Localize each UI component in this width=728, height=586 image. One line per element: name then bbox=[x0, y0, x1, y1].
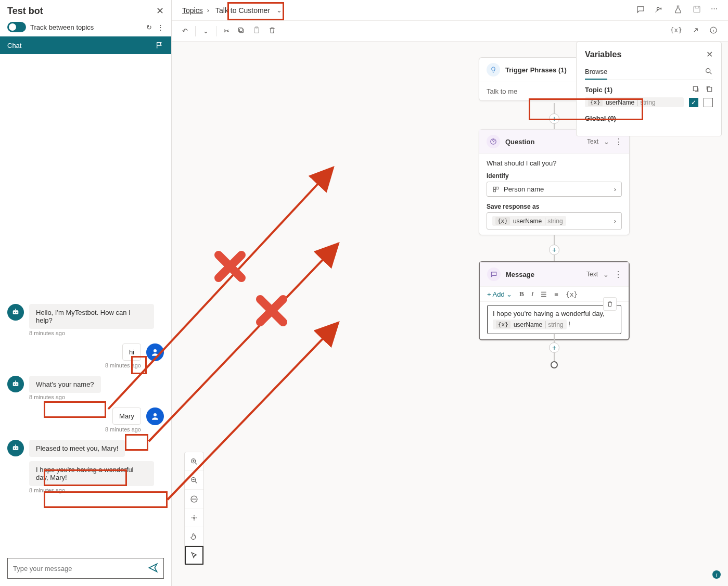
delete-message-button[interactable] bbox=[603, 297, 617, 311]
receive-icon[interactable] bbox=[692, 85, 699, 94]
svg-rect-0 bbox=[13, 310, 19, 314]
breadcrumb-topics-link[interactable]: Topics bbox=[182, 6, 203, 15]
identify-value: Person name bbox=[504, 185, 544, 193]
save-response-label: Save response as bbox=[487, 203, 622, 210]
chat-tab-label: Chat bbox=[7, 42, 21, 49]
chat-input[interactable] bbox=[13, 565, 129, 572]
svg-rect-23 bbox=[496, 187, 499, 189]
bold-icon[interactable]: B bbox=[519, 290, 524, 298]
add-node-button[interactable]: + bbox=[549, 342, 559, 353]
bot-avatar bbox=[7, 304, 24, 321]
variables-panel: Variables ✕ Browse Topic (1) {x}userName… bbox=[576, 42, 722, 136]
node-more-icon[interactable]: ⋮ bbox=[615, 137, 622, 147]
svg-point-4 bbox=[154, 349, 157, 352]
message-time: 8 minutes ago bbox=[29, 487, 164, 493]
message-text: I hope you're having a wonderful day, bbox=[493, 310, 605, 317]
bot-avatar bbox=[7, 440, 24, 456]
bot-message[interactable]: I hope you're having a wonderful day, Ma… bbox=[29, 461, 154, 486]
svg-rect-22 bbox=[493, 187, 495, 189]
track-toggle[interactable] bbox=[7, 22, 26, 32]
add-menu[interactable]: + Add ⌄ bbox=[487, 290, 512, 298]
message-icon bbox=[487, 267, 501, 281]
question-icon bbox=[487, 135, 500, 148]
return-icon[interactable] bbox=[706, 85, 713, 94]
zoom-in-button[interactable] bbox=[185, 452, 203, 471]
save-icon[interactable] bbox=[692, 5, 701, 16]
italic-icon[interactable]: I bbox=[531, 290, 533, 298]
svg-rect-15 bbox=[694, 6, 700, 12]
user-message: Mary bbox=[112, 407, 141, 425]
message-time: 8 minutes ago bbox=[7, 362, 141, 368]
svg-point-29 bbox=[706, 69, 710, 73]
chat-icon[interactable] bbox=[636, 5, 645, 16]
message-text-editor[interactable]: I hope you're having a wonderful day, {x… bbox=[487, 305, 621, 334]
question-node[interactable]: Question Text ⌄ ⋮ What should I call you… bbox=[479, 129, 630, 235]
save-variable-selector[interactable]: {x}userNamestring › bbox=[487, 212, 622, 230]
info-badge[interactable]: i bbox=[712, 570, 721, 579]
bot-avatar bbox=[7, 376, 24, 392]
send-icon[interactable] bbox=[148, 563, 158, 575]
paste-icon[interactable] bbox=[252, 26, 261, 36]
return-checkbox[interactable] bbox=[704, 98, 713, 107]
more-horizontal-icon[interactable]: ⋯ bbox=[711, 5, 718, 16]
chevron-right-icon: › bbox=[614, 217, 616, 225]
bot-message[interactable]: Hello, I'm MyTestbot. How can I help? bbox=[29, 304, 154, 329]
numbered-list-icon[interactable]: ≡ bbox=[554, 290, 558, 298]
chevron-down-icon[interactable]: ⌄ bbox=[203, 27, 209, 35]
insert-variable-icon[interactable]: {x} bbox=[566, 290, 578, 298]
receive-checkbox[interactable]: ✓ bbox=[689, 98, 698, 107]
svg-rect-31 bbox=[708, 87, 712, 92]
message-node[interactable]: Message Text ⌄ ⋮ + Add ⌄ B I ☰ ≡ {x} bbox=[479, 261, 630, 340]
more-icon[interactable]: ⋮ bbox=[157, 23, 164, 31]
svg-rect-5 bbox=[13, 382, 19, 386]
chat-tab[interactable]: Chat bbox=[0, 36, 171, 54]
toolbar: ↶ ⌄ ✂ {x} bbox=[172, 21, 728, 42]
chevron-down-icon[interactable]: ⌄ bbox=[603, 271, 609, 278]
undo-icon[interactable]: ↶ bbox=[182, 27, 188, 35]
node-more-icon[interactable]: ⋮ bbox=[614, 270, 621, 279]
entity-icon bbox=[492, 186, 500, 193]
info-icon[interactable] bbox=[709, 26, 718, 36]
message-type-label[interactable]: Text bbox=[586, 271, 598, 278]
bot-message[interactable]: What's your name? bbox=[29, 376, 101, 393]
pan-button[interactable] bbox=[185, 527, 203, 546]
add-node-button[interactable]: + bbox=[549, 113, 559, 124]
chevron-down-icon[interactable]: ⌄ bbox=[604, 138, 609, 146]
browse-tab[interactable]: Browse bbox=[585, 65, 607, 80]
variables-icon[interactable]: {x} bbox=[670, 26, 682, 36]
lightbulb-icon bbox=[487, 63, 500, 77]
search-icon[interactable] bbox=[705, 67, 713, 77]
bullet-list-icon[interactable]: ☰ bbox=[541, 290, 547, 298]
identify-selector[interactable]: Person name › bbox=[487, 182, 622, 197]
user-avatar bbox=[146, 407, 164, 425]
cut-icon[interactable]: ✂ bbox=[224, 27, 229, 35]
zoom-out-button[interactable] bbox=[185, 471, 203, 490]
identify-label: Identify bbox=[487, 172, 622, 180]
canvas-zoom-controls bbox=[184, 452, 204, 565]
close-test-bot-button[interactable]: ✕ bbox=[156, 5, 164, 17]
flask-icon[interactable] bbox=[673, 5, 683, 16]
fit-button[interactable] bbox=[185, 490, 203, 508]
track-toggle-label: Track between topics bbox=[30, 23, 94, 31]
copy-icon[interactable] bbox=[237, 26, 245, 36]
close-panel-button[interactable]: ✕ bbox=[706, 49, 713, 59]
add-node-button[interactable]: + bbox=[549, 245, 559, 255]
chat-body: Hello, I'm MyTestbot. How can I help? 8 … bbox=[0, 54, 171, 553]
question-prompt[interactable]: What should I call you? bbox=[487, 159, 622, 167]
svg-point-9 bbox=[154, 413, 157, 416]
variable-row[interactable]: {x}userNamestring ✓ bbox=[585, 97, 713, 107]
select-button[interactable] bbox=[185, 546, 203, 565]
share-icon[interactable] bbox=[692, 26, 700, 36]
delete-icon[interactable] bbox=[268, 26, 276, 36]
chevron-down-icon[interactable]: ⌄ bbox=[276, 6, 282, 14]
user-message: hi bbox=[122, 343, 141, 361]
bot-message[interactable]: Pleased to meet you, Mary! bbox=[29, 440, 125, 457]
bot-icon[interactable] bbox=[655, 5, 664, 16]
svg-point-28 bbox=[194, 517, 195, 518]
question-type-label[interactable]: Text bbox=[587, 138, 598, 145]
recenter-button[interactable] bbox=[185, 508, 203, 527]
reset-icon[interactable]: ↻ bbox=[146, 23, 152, 31]
breadcrumb-current[interactable]: Talk to Customer bbox=[213, 5, 272, 16]
global-group-label: Global (0) bbox=[585, 114, 616, 122]
svg-rect-3 bbox=[15, 309, 16, 310]
